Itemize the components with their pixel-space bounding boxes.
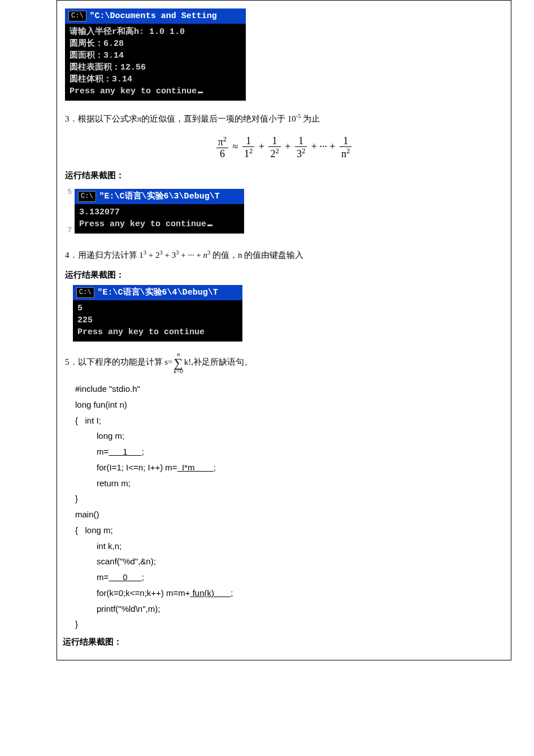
result-label-4: 运行结果截图： (65, 270, 503, 280)
formula-term2: 122 (268, 135, 280, 160)
sigma-icon: n∑k=0 (174, 352, 183, 374)
code-line: long fun(int n) (75, 397, 503, 413)
cmd-icon: C:\ (76, 287, 94, 298)
code-line: { long m; (75, 522, 503, 538)
console-title-2: "E:\C语言\实验6\3\Debug\T (99, 191, 220, 202)
prob4-before: 4．用递归方法计算 (65, 250, 139, 260)
prob5-sumbody: k!, (184, 358, 193, 367)
code-line: } (75, 491, 503, 507)
console-titlebar-1: C:\ "C:\Documents and Setting (65, 8, 246, 24)
console-output-3: C:\ "E:\C语言\实验6\4\Debug\T 5 225 Press an… (73, 285, 242, 342)
formula-term3: 132 (295, 135, 307, 160)
result-label-5: 运行结果截图： (63, 637, 503, 647)
page-content: C:\ "C:\Documents and Setting 请输入半径r和高h:… (57, 0, 511, 660)
pi-formula: π2 6 ≈ 112 + 122 + 132 + ··· + 1n2 (65, 135, 503, 160)
formula-lhs: π2 6 (216, 135, 228, 160)
code-line: printf("%ld\n",m); (75, 601, 503, 617)
prob3-before: 3．根据以下公式求π的近似值，直到最后一项的绝对值小于 (65, 114, 288, 123)
code-line: return m; (75, 476, 503, 491)
console-title-1: "C:\Documents and Setting (90, 10, 217, 22)
prob3-exp: 10-5 (288, 114, 301, 123)
problem-5-text: 5．以下程序的功能是计算 s=n∑k=0k!,补足所缺语句。 (65, 352, 503, 374)
code-line: long m; (75, 428, 503, 444)
console-body-2: 3.132077 Press any key to continue (75, 204, 244, 234)
blank-1: 1 (108, 447, 141, 456)
code-line: main() (75, 507, 503, 522)
console-body-1: 请输入半径r和高h: 1.0 1.0 圆周长：6.28 圆面积：3.14 圆柱表… (65, 24, 246, 101)
formula-term1: 112 (242, 135, 254, 160)
code-line: { int I; (75, 413, 503, 429)
code-line: int k,n; (75, 538, 503, 554)
cursor-icon (207, 224, 212, 226)
code-line: for(I=1; I<=n; I++) m= I*m ; (75, 460, 503, 476)
blank-4: fun(k) (190, 588, 231, 598)
console-body-3: 5 225 Press any key to continue (73, 300, 242, 342)
problem-3-text: 3．根据以下公式求π的近似值，直到最后一项的绝对值小于 10-5 为止 (65, 111, 503, 127)
formula-termn: 1n2 (340, 135, 351, 160)
prob5-before: 5．以下程序的功能是计算 s= (65, 358, 173, 367)
gutter-num: 7 (65, 226, 72, 235)
cmd-icon: C:\ (78, 191, 96, 202)
console-output-2: C:\ "E:\C语言\实验6\3\Debug\T 3.132077 Press… (75, 189, 244, 234)
blank-3: 0 (108, 572, 141, 582)
problem-4-text: 4．用递归方法计算 13 + 23 + 33 + ··· + n3 的值，n 的… (65, 247, 503, 263)
prob4-expr: 13 + 23 + 33 + ··· + n3 (139, 250, 210, 260)
code-block: #include "stdio.h" long fun(int n) { int… (75, 381, 503, 632)
gutter-num: 5 (65, 188, 72, 196)
console-titlebar-3: C:\ "E:\C语言\实验6\4\Debug\T (73, 285, 242, 300)
code-line: } (75, 616, 503, 632)
code-line: scanf("%d",&n); (75, 554, 503, 569)
console-output-1: C:\ "C:\Documents and Setting 请输入半径r和高h:… (65, 8, 246, 101)
code-line: m= 0 ; (75, 569, 503, 585)
cursor-icon (198, 92, 203, 93)
result-label-3: 运行结果截图： (65, 170, 503, 181)
console-titlebar-2: C:\ "E:\C语言\实验6\3\Debug\T (75, 189, 244, 204)
prob4-after: 的值，n 的值由键盘输入 (210, 250, 303, 260)
prob5-after: 补足所缺语句。 (193, 358, 253, 367)
code-line: for(k=0;k<=n;k++) m=m+ fun(k) ; (75, 585, 503, 601)
blank-2: I*m (177, 463, 214, 472)
cmd-icon: C:\ (68, 11, 86, 21)
console-title-3: "E:\C语言\实验6\4\Debug\T (98, 287, 218, 299)
prob3-after: 为止 (301, 114, 320, 123)
code-line: #include "stdio.h" (75, 381, 503, 397)
code-line: m= 1 ; (75, 444, 503, 460)
